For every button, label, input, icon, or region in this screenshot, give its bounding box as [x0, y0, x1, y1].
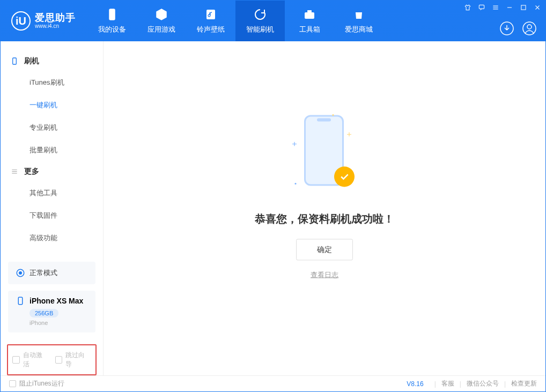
nav-tab-smart-flash[interactable]: 智能刷机	[235, 1, 285, 41]
sidebar-item-download-firmware[interactable]: 下载固件	[1, 204, 103, 227]
svg-rect-3	[307, 10, 312, 12]
nav-tab-apps-games[interactable]: 应用游戏	[137, 1, 186, 41]
brand-name: 爱思助手	[35, 13, 76, 24]
svg-point-13	[332, 114, 334, 115]
titlebar-controls	[464, 4, 541, 11]
nav-label: 我的设备	[98, 25, 126, 34]
minimize-icon[interactable]	[506, 4, 513, 11]
block-itunes-checkbox[interactable]: 阻止iTunes运行	[9, 379, 64, 388]
nav-label: 爱思商城	[345, 25, 373, 34]
svg-point-7	[523, 22, 536, 35]
shirt-icon[interactable]	[464, 4, 471, 11]
svg-rect-5	[521, 5, 526, 10]
list-icon	[10, 167, 19, 176]
group-title: 更多	[24, 167, 39, 176]
nav-label: 工具箱	[299, 25, 320, 34]
brand-text: 爱思助手 www.i4.cn	[35, 13, 76, 29]
nav-label: 应用游戏	[147, 25, 175, 34]
sidebar-item-other-tools[interactable]: 其他工具	[1, 182, 103, 204]
skip-guide-checkbox[interactable]: 跳过向导	[55, 351, 92, 369]
storage-badge: 256GB	[29, 309, 58, 317]
svg-rect-12	[18, 297, 23, 305]
maximize-icon[interactable]	[520, 4, 527, 11]
svg-point-14	[294, 182, 296, 184]
device-type: iPhone	[29, 320, 88, 326]
checkbox-icon[interactable]	[55, 356, 63, 364]
nav-tab-toolbox[interactable]: 工具箱	[285, 1, 334, 41]
version-label: V8.16	[407, 380, 423, 388]
main-content: 恭喜您，保资料刷机成功啦！ 确定 查看日志	[104, 41, 545, 375]
sparkle-icon	[293, 178, 298, 182]
sidebar-item-itunes-flash[interactable]: iTunes刷机	[1, 71, 103, 94]
success-message: 恭喜您，保资料刷机成功啦！	[255, 211, 394, 226]
device-name: iPhone XS Max	[29, 297, 83, 305]
sidebar-item-one-click-flash[interactable]: 一键刷机	[1, 94, 103, 116]
sidebar-item-batch-flash[interactable]: 批量刷机	[1, 139, 103, 161]
sparkle-icon	[347, 129, 351, 133]
sparkle-icon	[292, 138, 297, 143]
svg-rect-1	[206, 10, 215, 19]
status-link-update[interactable]: 检查更新	[511, 379, 537, 388]
sidebar-group-flash: 刷机	[1, 51, 103, 71]
view-log-link[interactable]: 查看日志	[311, 270, 338, 279]
svg-point-8	[527, 25, 532, 29]
svg-rect-0	[109, 9, 115, 20]
nav-tab-store[interactable]: 爱思商城	[334, 1, 383, 41]
app-brand: iU 爱思助手 www.i4.cn	[1, 1, 87, 41]
device-card[interactable]: iPhone XS Max 256GB iPhone	[8, 291, 95, 332]
svg-rect-9	[13, 58, 17, 64]
checkbox-icon[interactable]	[9, 380, 16, 387]
status-link-wechat[interactable]: 微信公众号	[467, 379, 499, 388]
cube-icon	[154, 8, 168, 21]
brand-url: www.i4.cn	[35, 23, 76, 29]
check-badge-icon	[334, 166, 355, 187]
sidebar-group-more: 更多	[1, 161, 103, 182]
music-icon	[204, 8, 218, 21]
refresh-icon	[253, 8, 267, 21]
confirm-button[interactable]: 确定	[296, 239, 353, 260]
svg-rect-2	[305, 12, 314, 19]
sparkle-icon	[331, 109, 335, 114]
status-link-support[interactable]: 客服	[441, 379, 454, 388]
group-title: 刷机	[24, 56, 39, 66]
device-small-icon	[16, 296, 25, 306]
nav-label: 智能刷机	[246, 25, 274, 34]
download-icon[interactable]	[499, 21, 514, 36]
toolbox-icon	[302, 8, 316, 21]
menu-icon[interactable]	[492, 4, 499, 11]
user-icon[interactable]	[522, 21, 537, 36]
status-bar: 阻止iTunes运行 V8.16 | 客服 | 微信公众号 | 检查更新	[1, 375, 545, 391]
close-icon[interactable]	[534, 4, 541, 11]
svg-rect-4	[479, 5, 484, 9]
phone-success-illustration	[292, 110, 357, 196]
mode-card[interactable]: 正常模式	[8, 262, 95, 284]
normal-mode-icon	[16, 268, 25, 278]
phone-icon	[10, 57, 19, 65]
sidebar-item-pro-flash[interactable]: 专业刷机	[1, 116, 103, 139]
header-right-icons	[499, 21, 537, 36]
sidebar: 刷机 iTunes刷机 一键刷机 专业刷机 批量刷机 更多 其他工具 下载固件 …	[1, 41, 104, 375]
nav-tab-ringtones[interactable]: 铃声壁纸	[186, 1, 235, 41]
svg-point-11	[19, 272, 22, 275]
flash-options-highlight: 自动激活 跳过向导	[7, 344, 97, 375]
checkbox-label: 阻止iTunes运行	[19, 379, 64, 388]
auto-activate-checkbox[interactable]: 自动激活	[12, 351, 49, 369]
feedback-icon[interactable]	[478, 4, 485, 11]
nav-tab-my-device[interactable]: 我的设备	[87, 1, 137, 41]
nav-label: 铃声壁纸	[197, 25, 225, 34]
success-panel: 恭喜您，保资料刷机成功啦！ 确定 查看日志	[255, 110, 394, 279]
nav-tabs: 我的设备 应用游戏 铃声壁纸 智能刷机 工具箱	[87, 1, 383, 41]
brand-logo-icon: iU	[11, 11, 31, 31]
bag-icon	[352, 8, 366, 21]
device-icon	[105, 8, 119, 21]
checkbox-label: 自动激活	[23, 351, 49, 369]
checkbox-icon[interactable]	[12, 356, 20, 364]
sidebar-item-advanced[interactable]: 高级功能	[1, 227, 103, 249]
checkbox-label: 跳过向导	[65, 351, 91, 369]
app-header: iU 爱思助手 www.i4.cn 我的设备 应用游戏 铃声壁纸	[1, 1, 545, 41]
mode-label: 正常模式	[29, 268, 57, 278]
